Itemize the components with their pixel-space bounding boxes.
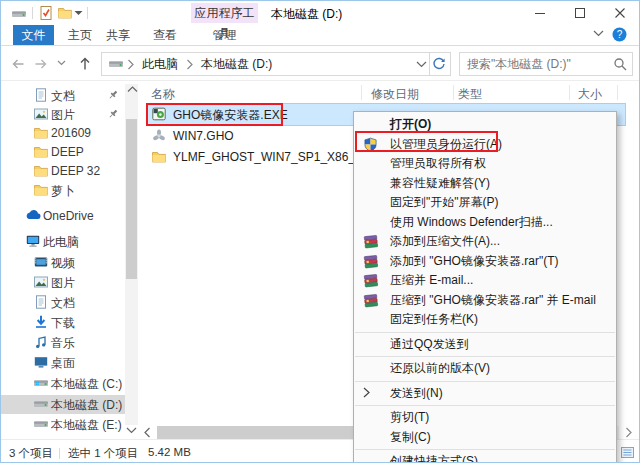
menu-item-pin-to-taskbar[interactable]: 固定到任务栏(K) [354,310,616,330]
menu-item-copy[interactable]: 复制(C) [354,428,616,448]
back-button[interactable] [10,56,26,72]
hscroll-right-icon[interactable] [622,427,635,438]
sidebar-item-local-disk-c[interactable]: 本地磁盘 (C:) [1,374,125,393]
sidebar-item-quick-pictures[interactable]: 图片 [1,105,125,124]
column-header-date[interactable]: 修改日期 [371,86,419,103]
sidebar-item-label: DEEP [51,145,84,159]
sidebar-item-documents[interactable]: 文档 [1,293,125,312]
forward-button[interactable] [33,56,49,72]
menu-item-restore-versions[interactable]: 还原以前的版本(V) [354,359,616,379]
menu-item-label: 管理员取得所有权 [390,156,486,170]
sidebar-item-label: 本地磁盘 (E:) [51,417,122,434]
sidebar-item-desktop[interactable]: 桌面 [1,353,125,372]
sidebar-item-quick-documents[interactable]: 文档 [1,86,125,105]
status-selection-count: 选中 1 个项目 [68,446,138,461]
qat-properties-icon[interactable] [39,5,53,21]
menu-separator [355,356,615,357]
sidebar-item-local-disk-e[interactable]: 本地磁盘 (E:) [1,415,125,434]
tab-file[interactable]: 文件 [13,25,54,45]
sidebar-item-downloads[interactable]: 下载 [1,313,125,332]
breadcrumb-chevron-icon-2[interactable] [183,59,196,70]
view-toggle-icon[interactable] [621,446,634,459]
maximize-button[interactable] [560,1,600,25]
menu-item-winrar-add[interactable]: 添加到压缩文件(A)... [354,232,616,252]
menu-item-take-ownership[interactable]: 管理员取得所有权 [354,154,616,174]
menu-item-label: 添加到压缩文件(A)... [390,234,500,248]
search-input[interactable]: 搜索"本地磁盘 (D:)" [460,56,613,73]
help-icon[interactable]: ? [612,27,627,42]
submenu-arrow-icon [363,387,606,398]
status-selection-size: 5.42 MB [148,446,191,458]
column-header-type[interactable]: 类型 [458,86,482,103]
annotation-box-run-as-admin [355,131,498,152]
column-divider[interactable] [361,85,362,100]
menu-item-cut[interactable]: 剪切(T) [354,408,616,428]
up-button[interactable] [77,56,93,72]
pin-icon [107,89,119,101]
video-icon [33,254,49,270]
sidebar-item-music[interactable]: 音乐 [1,333,125,352]
column-divider[interactable] [617,85,618,100]
breadcrumb-local-disk-d[interactable]: 本地磁盘 (D:) [196,56,277,73]
sidebar-item-onedrive[interactable]: OneDrive [1,207,125,226]
close-button[interactable] [600,1,640,25]
menu-item-winrar-email[interactable]: 压缩并 E-mail... [354,271,616,291]
sidebar-item-pictures[interactable]: 图片 [1,273,125,292]
sidebar-item-videos[interactable]: 视频 [1,253,125,272]
sidebar-item-label: 本地磁盘 (D:) [51,397,122,414]
ghost-file-icon [151,128,167,144]
tab-home[interactable]: 主页 [61,25,99,45]
sidebar-scroll-up-icon[interactable] [127,86,138,93]
sidebar-item-local-disk-d[interactable]: 本地磁盘 (D:) [1,395,125,414]
column-divider[interactable] [453,85,454,100]
search-icon[interactable] [613,57,627,71]
music-icon [33,334,49,350]
qat-new-folder-icon[interactable] [57,5,73,21]
breadcrumb-this-pc[interactable]: 此电脑 [137,56,183,73]
sidebar-item-folder-deep[interactable]: DEEP [1,143,125,162]
computer-icon [25,233,41,249]
sidebar-item-folder-luobo[interactable]: 萝卜 [1,181,125,200]
column-divider[interactable] [569,85,570,100]
sidebar-scroll-down-icon[interactable] [126,427,137,434]
minimize-button[interactable] [520,1,560,25]
menu-separator [355,405,615,406]
sidebar-item-label: 桌面 [51,355,75,372]
breadcrumb-chevron-icon[interactable] [124,59,137,70]
menu-item-compatibility[interactable]: 兼容性疑难解答(Y) [354,174,616,194]
search-box[interactable]: 搜索"本地磁盘 (D:)" [459,52,633,76]
annotation-box-file [146,103,283,126]
sidebar-item-label: DEEP 32 [51,164,100,178]
tab-share[interactable]: 共享 [99,25,137,45]
drive-icon [33,416,49,432]
sidebar-item-this-pc[interactable]: 此电脑 [1,232,125,251]
tab-view[interactable]: 查看 [146,25,184,45]
menu-separator [355,332,615,333]
ribbon-collapse-icon[interactable] [593,30,604,37]
menu-item-qq-send[interactable]: 通过QQ发送到 [354,335,616,355]
tab-manage[interactable]: 管理 [191,25,258,45]
hscroll-left-icon[interactable] [144,427,151,438]
breadcrumb-drive-icon [108,56,124,72]
column-header-name[interactable]: 名称 [151,86,175,103]
menu-item-pin-to-start[interactable]: 固定到"开始"屏幕(P) [354,193,616,213]
sidebar-scroll-thumb[interactable] [126,119,137,279]
address-dropdown-icon[interactable] [416,61,427,68]
address-breadcrumb-bar[interactable]: 此电脑 本地磁盘 (D:) [101,52,451,76]
sidebar-item-folder-deep-32[interactable]: DEEP 32 [1,162,125,181]
document-icon [33,87,49,103]
menu-item-label: 压缩并 E-mail... [390,273,473,287]
menu-item-winrar-compress-email[interactable]: 压缩到 "GHO镜像安装器.rar" 并 E-mail [354,291,616,311]
menu-item-winrar-add-named[interactable]: 添加到 "GHO镜像安装器.rar"(T) [354,252,616,272]
menu-item-send-to[interactable]: 发送到(N) [354,384,616,404]
menu-item-create-shortcut[interactable]: 创建快捷方式(S) [354,452,616,463]
sidebar-item-folder-201609[interactable]: 201609 [1,124,125,143]
folder-icon [151,149,167,165]
qat-customize-dropdown-icon[interactable] [74,10,83,16]
menu-item-label: 兼容性疑难解答(Y) [390,176,490,190]
menu-item-defender-scan[interactable]: 使用 Windows Defender扫描... [354,213,616,233]
menu-item-label: 固定到任务栏(K) [390,312,478,326]
column-header-size[interactable]: 大小 [578,86,602,103]
refresh-icon[interactable] [432,57,446,71]
history-dropdown-icon[interactable] [57,60,66,66]
